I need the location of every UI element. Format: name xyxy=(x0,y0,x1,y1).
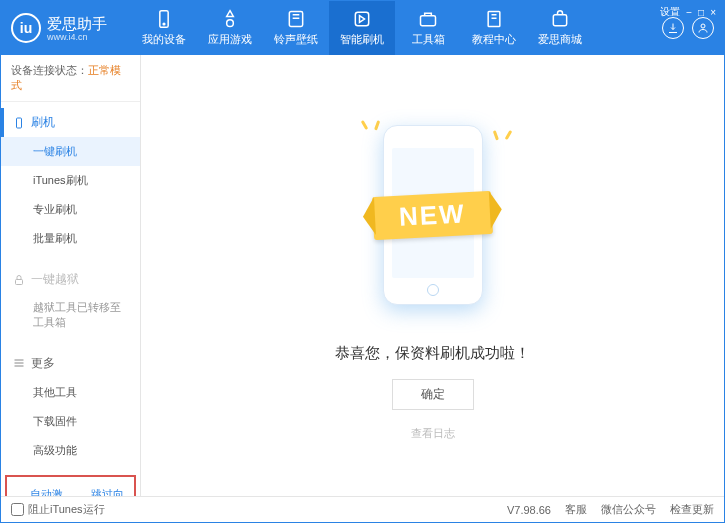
jailbreak-note: 越狱工具已转移至工具箱 xyxy=(1,294,140,337)
version-label: V7.98.66 xyxy=(507,504,551,516)
svg-rect-4 xyxy=(355,12,368,25)
connection-status: 设备连接状态：正常模式 xyxy=(1,55,140,102)
nav-label: 智能刷机 xyxy=(340,32,384,47)
apps-icon xyxy=(220,9,240,29)
nav-item-phone[interactable]: 我的设备 xyxy=(131,1,197,55)
sidebar-jailbreak-section: 一键越狱 越狱工具已转移至工具箱 xyxy=(1,259,140,343)
checkbox-auto-activate-label: 自动激活 xyxy=(30,487,66,496)
nav-item-music[interactable]: 铃声壁纸 xyxy=(263,1,329,55)
checkbox-auto-activate[interactable]: 自动激活 xyxy=(15,487,66,496)
nav-label: 铃声壁纸 xyxy=(274,32,318,47)
download-icon[interactable] xyxy=(662,17,684,39)
sidebar-head-jailbreak[interactable]: 一键越狱 xyxy=(1,265,140,294)
titlebar: 设置 − □ × iu 爱思助手 www.i4.cn 我的设备应用游戏铃声壁纸智… xyxy=(1,1,724,55)
maximize-button[interactable]: □ xyxy=(698,7,704,18)
sidebar-item-pro[interactable]: 专业刷机 xyxy=(1,195,140,224)
success-message: 恭喜您，保资料刷机成功啦！ xyxy=(335,344,530,363)
nav-label: 爱思商城 xyxy=(538,32,582,47)
wechat-link[interactable]: 微信公众号 xyxy=(601,502,656,517)
music-icon xyxy=(286,9,306,29)
minimize-button[interactable]: − xyxy=(686,7,692,18)
new-banner: NEW xyxy=(372,190,493,239)
block-itunes-input[interactable] xyxy=(11,503,24,516)
checkbox-group: 自动激活 跳过向导 xyxy=(5,475,136,496)
close-button[interactable]: × xyxy=(710,7,716,18)
settings-label[interactable]: 设置 xyxy=(660,5,680,19)
footer: 阻止iTunes运行 V7.98.66 客服 微信公众号 检查更新 xyxy=(1,496,724,522)
sidebar-head-flash-label: 刷机 xyxy=(31,114,55,131)
sidebar-head-jailbreak-label: 一键越狱 xyxy=(31,271,79,288)
nav-item-cart[interactable]: 爱思商城 xyxy=(527,1,593,55)
nav-item-apps[interactable]: 应用游戏 xyxy=(197,1,263,55)
cart-icon xyxy=(550,9,570,29)
phone-illustration: NEW xyxy=(353,110,513,320)
nav-label: 教程中心 xyxy=(472,32,516,47)
service-link[interactable]: 客服 xyxy=(565,502,587,517)
svg-rect-6 xyxy=(488,12,500,27)
user-icon[interactable] xyxy=(692,17,714,39)
phone-icon xyxy=(13,117,25,129)
toolbox-icon xyxy=(418,9,438,29)
footer-right: V7.98.66 客服 微信公众号 检查更新 xyxy=(507,502,714,517)
app-window: 设置 − □ × iu 爱思助手 www.i4.cn 我的设备应用游戏铃声壁纸智… xyxy=(0,0,725,523)
nav-label: 我的设备 xyxy=(142,32,186,47)
flash-icon xyxy=(352,9,372,29)
menu-icon xyxy=(13,357,25,369)
conn-label: 设备连接状态： xyxy=(11,64,88,76)
sidebar-item-download[interactable]: 下载固件 xyxy=(1,407,140,436)
main-content: NEW 恭喜您，保资料刷机成功啦！ 确定 查看日志 xyxy=(141,55,724,496)
window-controls: 设置 − □ × xyxy=(660,5,716,19)
svg-point-8 xyxy=(701,24,705,28)
sidebar-more-section: 更多 其他工具 下载固件 高级功能 xyxy=(1,343,140,471)
lock-icon xyxy=(13,274,25,286)
nav-item-flash[interactable]: 智能刷机 xyxy=(329,1,395,55)
svg-rect-9 xyxy=(17,118,22,128)
svg-rect-3 xyxy=(289,12,302,27)
phone-icon xyxy=(154,9,174,29)
sidebar-head-more[interactable]: 更多 xyxy=(1,349,140,378)
sidebar-item-batch[interactable]: 批量刷机 xyxy=(1,224,140,253)
user-icons xyxy=(662,17,714,39)
sidebar-head-flash[interactable]: 刷机 xyxy=(1,108,140,137)
view-log-link[interactable]: 查看日志 xyxy=(411,426,455,441)
nav-item-toolbox[interactable]: 工具箱 xyxy=(395,1,461,55)
nav: 我的设备应用游戏铃声壁纸智能刷机工具箱教程中心爱思商城 xyxy=(131,1,662,55)
svg-rect-5 xyxy=(421,16,436,26)
logo: iu 爱思助手 www.i4.cn xyxy=(11,13,131,43)
sidebar-item-advanced[interactable]: 高级功能 xyxy=(1,436,140,465)
logo-icon: iu xyxy=(11,13,41,43)
svg-point-1 xyxy=(163,23,165,25)
sidebar-head-more-label: 更多 xyxy=(31,355,55,372)
svg-rect-10 xyxy=(16,279,23,284)
body: 设备连接状态：正常模式 刷机 一键刷机 iTunes刷机 专业刷机 批量刷机 一… xyxy=(1,55,724,496)
confirm-button[interactable]: 确定 xyxy=(392,379,474,410)
svg-rect-7 xyxy=(553,15,566,26)
sidebar: 设备连接状态：正常模式 刷机 一键刷机 iTunes刷机 专业刷机 批量刷机 一… xyxy=(1,55,141,496)
block-itunes-label: 阻止iTunes运行 xyxy=(28,502,105,517)
nav-label: 工具箱 xyxy=(412,32,445,47)
sidebar-item-oneclick[interactable]: 一键刷机 xyxy=(1,137,140,166)
brand-url: www.i4.cn xyxy=(47,32,107,42)
checkbox-skip-guide-label: 跳过向导 xyxy=(91,487,127,496)
nav-label: 应用游戏 xyxy=(208,32,252,47)
checkbox-skip-guide[interactable]: 跳过向导 xyxy=(76,487,127,496)
block-itunes-checkbox[interactable]: 阻止iTunes运行 xyxy=(11,502,105,517)
check-update-link[interactable]: 检查更新 xyxy=(670,502,714,517)
sidebar-item-other[interactable]: 其他工具 xyxy=(1,378,140,407)
sidebar-item-itunes[interactable]: iTunes刷机 xyxy=(1,166,140,195)
sidebar-flash-section: 刷机 一键刷机 iTunes刷机 专业刷机 批量刷机 xyxy=(1,102,140,259)
nav-item-book[interactable]: 教程中心 xyxy=(461,1,527,55)
book-icon xyxy=(484,9,504,29)
svg-point-2 xyxy=(227,20,234,27)
